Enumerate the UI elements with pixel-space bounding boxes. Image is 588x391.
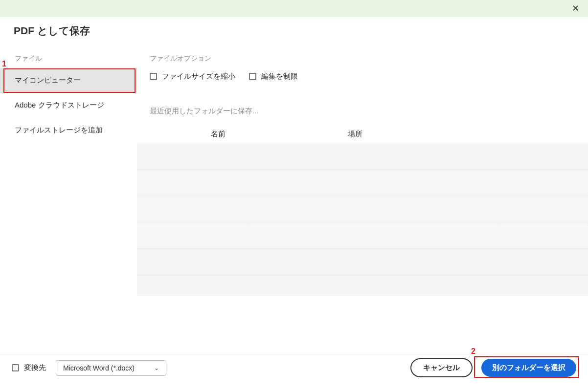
sidebar-item-my-computer[interactable]: マイコンピューター xyxy=(0,68,137,93)
folder-list-blurred xyxy=(137,144,588,296)
sidebar-header: ファイル xyxy=(0,54,137,68)
convert-to-group: 変換先 Microsoft Word (*.docx) ⌄ xyxy=(12,360,166,376)
file-options-row: ファイルサイズを縮小 編集を制限 xyxy=(137,72,588,96)
column-location: 場所 xyxy=(287,130,424,139)
checkbox-icon xyxy=(12,364,19,371)
checkbox-icon xyxy=(150,73,157,80)
dialog-title: PDF として保存 xyxy=(0,17,588,38)
sidebar-item-adobe-cloud[interactable]: Adobe クラウドストレージ xyxy=(0,93,137,118)
main-area: ファイル マイコンピューター Adobe クラウドストレージ ファイルストレージ… xyxy=(0,46,588,340)
restrict-edit-label: 編集を制限 xyxy=(261,72,298,81)
folder-table-header: 名前 場所 xyxy=(137,125,588,144)
choose-folder-button[interactable]: 別のフォルダーを選択 xyxy=(481,359,576,377)
content-panel: ファイルオプション ファイルサイズを縮小 編集を制限 最近使用したフォルダーに保… xyxy=(137,46,588,340)
chevron-down-icon: ⌄ xyxy=(154,365,159,371)
top-banner: ✕ xyxy=(0,0,588,17)
convert-format-select[interactable]: Microsoft Word (*.docx) ⌄ xyxy=(56,360,166,376)
reduce-size-label: ファイルサイズを縮小 xyxy=(162,72,235,81)
file-options-label: ファイルオプション xyxy=(137,54,588,72)
restrict-edit-checkbox-group[interactable]: 編集を制限 xyxy=(249,72,298,81)
footer-bar: 変換先 Microsoft Word (*.docx) ⌄ キャンセル 別のフォ… xyxy=(0,354,588,381)
recent-folders-section: 最近使用したフォルダーに保存... 名前 場所 xyxy=(137,96,588,296)
recent-folders-label: 最近使用したフォルダーに保存... xyxy=(137,96,588,125)
sidebar: ファイル マイコンピューター Adobe クラウドストレージ ファイルストレージ… xyxy=(0,46,137,340)
cancel-button[interactable]: キャンセル xyxy=(410,358,473,377)
convert-to-checkbox-group[interactable]: 変換先 xyxy=(12,363,46,372)
convert-format-value: Microsoft Word (*.docx) xyxy=(63,364,135,372)
reduce-size-checkbox-group[interactable]: ファイルサイズを縮小 xyxy=(150,72,235,81)
close-icon[interactable]: ✕ xyxy=(572,4,579,13)
column-name: 名前 xyxy=(150,130,287,139)
sidebar-item-add-storage[interactable]: ファイルストレージを追加 xyxy=(0,118,137,143)
convert-to-label: 変換先 xyxy=(24,363,46,372)
checkbox-icon xyxy=(249,73,256,80)
